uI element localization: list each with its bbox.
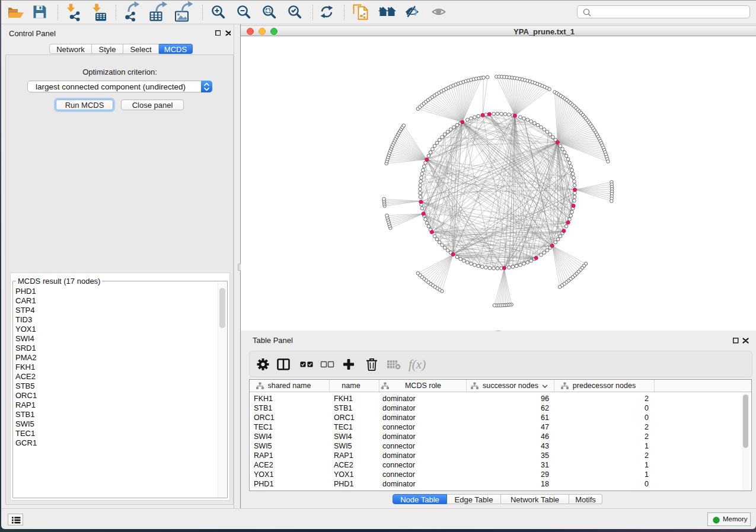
svg-text:f(x): f(x): [409, 357, 426, 371]
